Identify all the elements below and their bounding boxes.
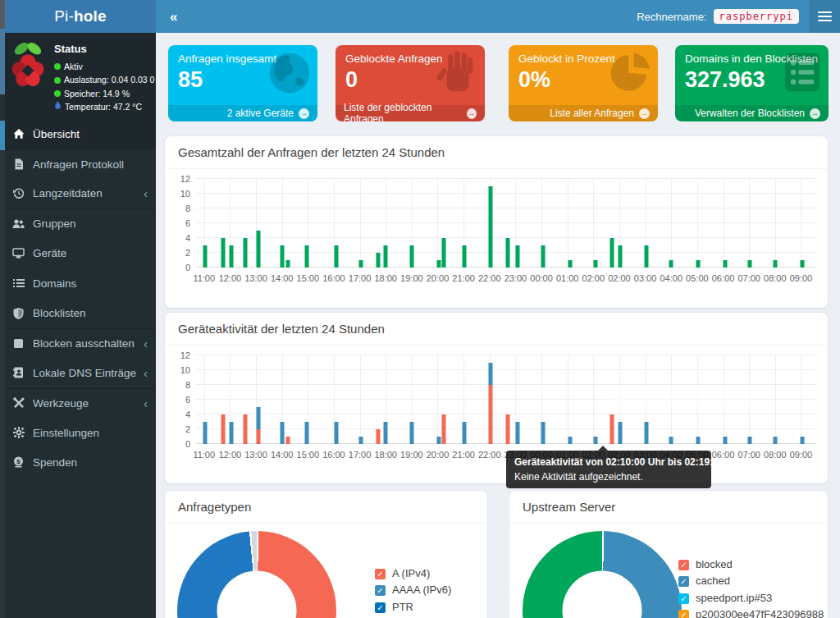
sidebar-item-blocken-ausschalten[interactable]: Blocken ausschalten‹ xyxy=(0,328,156,358)
legend-label: A (IPv4) xyxy=(392,568,430,579)
client-activity-bar xyxy=(281,422,285,444)
query-bar xyxy=(244,238,248,268)
sidebar-item-label: Gruppen xyxy=(33,217,76,230)
x-axis-tick: 12:00 xyxy=(219,273,242,283)
sidebar-item-label: Lokale DNS Einträge xyxy=(33,367,136,379)
status-panel: Status AktivAuslastung: 0.04 0.03 0Speic… xyxy=(0,33,156,119)
status-title: Status xyxy=(54,41,154,57)
query-bar xyxy=(568,260,572,268)
shield-icon xyxy=(11,308,25,319)
sidebar-item-blocklisten[interactable]: Blocklisten xyxy=(0,298,156,327)
client-activity-bar xyxy=(334,422,338,444)
brand-logo[interactable]: Pi-hole xyxy=(5,0,156,33)
donate-icon: $ xyxy=(11,456,25,468)
sidebar-item-gruppen[interactable]: Gruppen xyxy=(0,208,156,238)
status-label: Aktiv xyxy=(64,60,83,73)
x-axis-tick: 19:00 xyxy=(400,273,423,283)
total-queries-plot[interactable]: 02468101211:0012:0013:0014:0015:0016:001… xyxy=(196,179,816,268)
legend-checkbox-icon[interactable]: ✓ xyxy=(375,602,386,613)
x-axis-tick: 02:00 xyxy=(582,273,605,283)
summary-card-footer-link[interactable]: Liste der geblockten Anfragen→ xyxy=(336,105,485,121)
query-bar xyxy=(593,260,597,268)
summary-card-body: Anfragen insgesamt85 xyxy=(168,45,317,105)
x-axis-tick: 00:00 xyxy=(530,273,553,283)
legend-item[interactable]: ✓p200300ee47fF423096988FfFFE6 xyxy=(678,609,824,618)
query-bar xyxy=(359,260,363,268)
legend-item[interactable]: ✓blocked xyxy=(678,559,824,570)
query-bar xyxy=(748,260,752,268)
y-axis-tick: 2 xyxy=(171,248,190,258)
sidebar-item-langzeitdaten[interactable]: Langzeitdaten‹ xyxy=(0,179,156,208)
sidebar-item-label: Übersicht xyxy=(33,128,80,140)
hostname-area: Rechnername: raspberrypi xyxy=(637,9,809,24)
sidebar-item-lokale-dns-eintr-ge[interactable]: Lokale DNS Einträge‹ xyxy=(0,358,156,387)
client-activity-bar xyxy=(644,422,648,444)
query-bar xyxy=(506,238,510,268)
sidebar-item-label: Spenden xyxy=(33,456,77,469)
legend-item[interactable]: ✓A (IPv4) xyxy=(375,568,482,579)
stop-icon xyxy=(11,338,25,349)
client-activity-bar xyxy=(748,437,752,444)
summary-card-footer-link[interactable]: Liste aller Anfragen→ xyxy=(509,105,658,121)
query-bar xyxy=(516,245,520,268)
summary-card-footer-link[interactable]: 2 aktive Geräte→ xyxy=(168,105,317,121)
summary-card-footer-label: Verwalten der Blocklisten xyxy=(695,108,805,119)
sidebar-item-anfragen-protokoll[interactable]: Anfragen Protokoll xyxy=(0,149,156,178)
legend-checkbox-icon[interactable]: ✓ xyxy=(678,560,689,570)
query-bar xyxy=(281,245,285,268)
green-status-dot xyxy=(54,90,61,97)
x-axis-tick: 19:00 xyxy=(400,450,423,460)
legend-checkbox-icon[interactable]: ✓ xyxy=(678,576,689,587)
green-status-dot xyxy=(54,63,61,70)
sidebar-item-werkzeuge[interactable]: Werkzeuge‹ xyxy=(0,388,156,418)
legend-item[interactable]: ✓AAAA (IPv6) xyxy=(375,584,482,596)
summary-card-body: Geblockte Anfragen0 xyxy=(336,45,485,105)
legend-checkbox-icon[interactable]: ✓ xyxy=(678,610,689,618)
hostname-badge: raspberrypi xyxy=(714,9,799,24)
query-bar xyxy=(436,260,441,268)
query-bar xyxy=(610,238,614,268)
sidebar-item-einstellungen[interactable]: Einstellungen xyxy=(0,418,156,447)
legend-checkbox-icon[interactable]: ✓ xyxy=(375,569,386,579)
x-axis-tick: 09:00 xyxy=(790,450,813,460)
sidebar-item-label: Blocklisten xyxy=(33,307,86,319)
status-row: Temperatur: 47.2 °C xyxy=(54,100,154,113)
y-axis-tick: 10 xyxy=(171,189,190,199)
sidebar: Status AktivAuslastung: 0.04 0.03 0Speic… xyxy=(0,33,156,618)
client-activity-chart-title: Geräteaktivität der letzten 24 Stunden xyxy=(165,313,828,346)
sidebar-item--bersicht[interactable]: Übersicht xyxy=(0,119,156,149)
legend-label: PTR xyxy=(392,602,413,613)
sidebar-item-domains[interactable]: Domains xyxy=(0,268,156,298)
query-bar xyxy=(203,245,208,268)
sidebar-item-spenden[interactable]: $Spenden xyxy=(0,447,156,477)
pihole-dashboard: Pi-hole « Rechnername: raspberrypi xyxy=(0,0,840,618)
legend-item[interactable]: ✓speedport.ip#53 xyxy=(678,593,824,604)
legend-item[interactable]: ✓cached xyxy=(678,575,824,587)
status-row: Aktiv xyxy=(54,60,154,73)
summary-card-body: Domains in den Blocklisten327.963 xyxy=(675,45,829,105)
y-axis-tick: 10 xyxy=(171,365,190,375)
left-scrollbar[interactable] xyxy=(0,0,5,618)
upstream-servers-title: Upstream Server xyxy=(509,491,828,524)
sidebar-item-ger-te[interactable]: Geräte xyxy=(0,239,156,268)
sidebar-item-label: Einstellungen xyxy=(33,427,99,439)
x-axis-tick: 16:00 xyxy=(322,273,345,283)
legend-label: blocked xyxy=(696,559,733,570)
sidebar-item-label: Langzeitdaten xyxy=(33,187,103,199)
legend-label: cached xyxy=(696,575,730,587)
query-bar xyxy=(696,260,701,268)
query-bar xyxy=(257,231,261,268)
legend-item[interactable]: ✓PTR xyxy=(375,602,482,613)
query-bar xyxy=(221,238,226,268)
chart-tooltip: Geräteaktivität von 02:10:00 Uhr bis 02:… xyxy=(506,451,711,488)
gear-icon xyxy=(11,427,25,438)
screenshot-tool-ghost-button[interactable]: Neues Bildschirmfoto aufnehmen xyxy=(605,386,752,409)
hamburger-menu-button[interactable] xyxy=(809,0,840,33)
y-axis-tick: 8 xyxy=(171,380,190,390)
summary-card-footer-link[interactable]: Verwalten der Blocklisten→ xyxy=(675,105,829,121)
sidebar-collapse-icon[interactable]: « xyxy=(170,10,177,24)
query-bar xyxy=(304,245,308,268)
legend-checkbox-icon[interactable]: ✓ xyxy=(375,585,386,596)
legend-checkbox-icon[interactable]: ✓ xyxy=(678,593,689,604)
x-axis-tick: 21:00 xyxy=(452,273,475,283)
